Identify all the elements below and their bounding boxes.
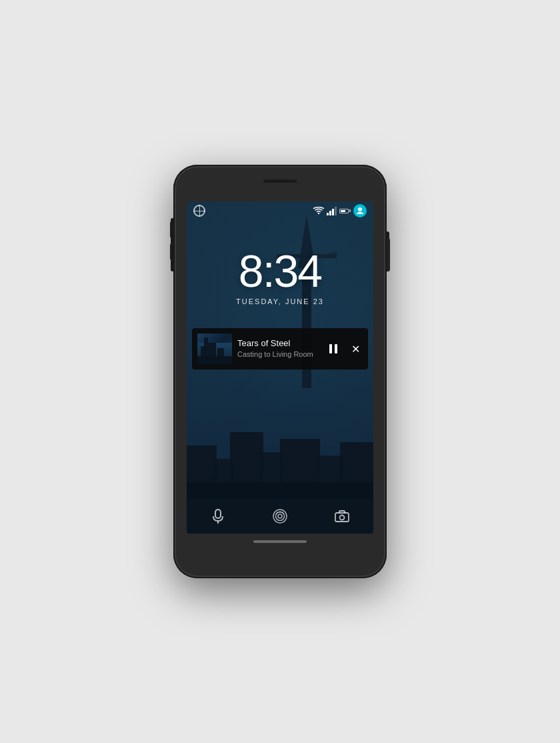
time-display: 8:34 TUESDAY, JUNE 23: [187, 248, 373, 305]
notification-subtitle: Casting to Living Room: [237, 349, 321, 359]
notification-thumbnail: [197, 333, 232, 364]
wifi-icon: [313, 207, 324, 215]
svg-point-9: [340, 516, 345, 520]
power-button[interactable]: [387, 238, 390, 271]
signal-icon: [327, 206, 337, 215]
svg-point-7: [278, 514, 282, 518]
fingerprint-button[interactable]: [268, 504, 292, 528]
notification-actions: ✕: [326, 340, 363, 358]
status-bar: [187, 201, 373, 220]
notification-card[interactable]: Tears of Steel Casting to Living Room ✕: [192, 328, 368, 369]
phone-screen: 8:34 TUESDAY, JUNE 23 Tears of Steel Cas…: [187, 201, 373, 534]
status-bar-right: [313, 204, 367, 217]
clock-time: 8:34: [187, 248, 373, 293]
phone-device: 8:34 TUESDAY, JUNE 23 Tears of Steel Cas…: [173, 165, 387, 578]
status-bar-left: [193, 205, 205, 217]
user-avatar[interactable]: [353, 204, 367, 217]
phone-bottom-area: [173, 540, 387, 543]
notification-title: Tears of Steel: [237, 338, 321, 349]
mic-button[interactable]: [206, 504, 230, 528]
svg-point-0: [358, 207, 362, 211]
home-indicator[interactable]: [253, 540, 307, 543]
svg-rect-3: [215, 510, 221, 518]
volume-up-button[interactable]: [170, 221, 173, 238]
notification-content: Tears of Steel Casting to Living Room: [232, 338, 326, 359]
clock-date: TUESDAY, JUNE 23: [187, 297, 373, 305]
navigation-bar: [187, 499, 373, 534]
svg-rect-2: [335, 344, 337, 353]
camera-button[interactable]: [330, 504, 354, 528]
notification-pause-button[interactable]: [326, 341, 341, 357]
svg-rect-1: [329, 344, 332, 353]
volume-down-button[interactable]: [170, 243, 173, 260]
globe-icon: [193, 205, 205, 217]
phone-earpiece: [263, 179, 297, 183]
notification-close-button[interactable]: ✕: [349, 340, 363, 358]
